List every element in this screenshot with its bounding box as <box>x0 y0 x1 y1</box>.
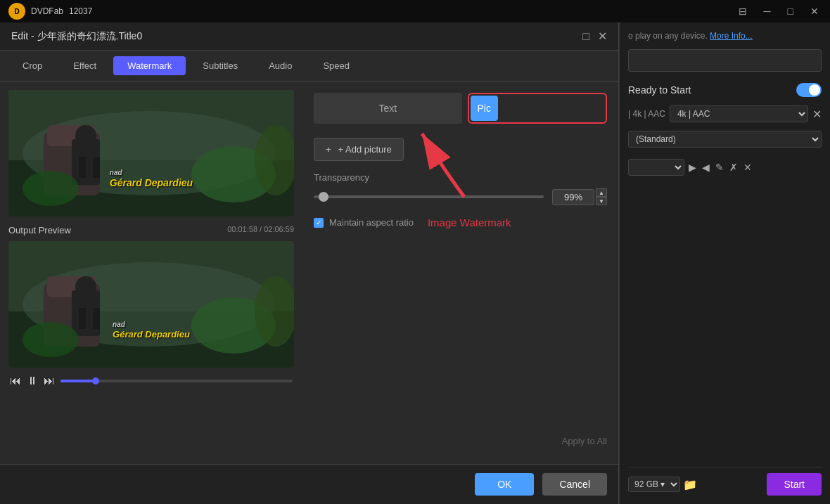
add-picture-btn[interactable]: + + Add picture <box>314 138 404 161</box>
svg-rect-20 <box>93 308 100 329</box>
cancel-btn[interactable]: Cancel <box>542 473 607 496</box>
tab-watermark[interactable]: Watermark <box>113 56 186 75</box>
storage-info: 92 GB ▾ 📁 <box>628 477 697 492</box>
progress-thumb <box>92 377 99 385</box>
standard-select[interactable]: (Standard) <box>628 131 822 148</box>
player-x1-btn[interactable]: ✗ <box>728 160 739 174</box>
apply-all-row: Apply to All <box>314 434 607 453</box>
ready-toggle[interactable] <box>796 83 822 97</box>
video-preview2-inner: nad Gérard Depardieu <box>8 241 294 368</box>
transparency-row: Transparency 99% ▲ ▼ <box>314 172 607 205</box>
title-bar-right: ⊟ ─ □ ✕ <box>736 4 822 18</box>
player-play-btn[interactable]: ▶ <box>687 160 698 174</box>
maximize-btn[interactable]: □ <box>785 4 796 18</box>
add-picture-row: + + Add picture <box>314 138 607 161</box>
maintain-aspect-label: Maintain aspect ratio <box>329 217 414 228</box>
spin-up-btn[interactable]: ▲ <box>596 188 607 197</box>
transparency-value-box: 99% ▲ ▼ <box>552 188 607 205</box>
video-timestamp: 00:01:58 / 02:06:59 <box>227 225 294 233</box>
dialog-content: nad Gérard Depardieu Output Preview 00:0… <box>0 82 618 464</box>
right-bottom: 92 GB ▾ 📁 Start <box>628 467 822 496</box>
svg-point-6 <box>75 125 96 146</box>
next-frame-btn[interactable]: ⏭ <box>44 375 55 387</box>
ok-btn[interactable]: OK <box>475 473 534 496</box>
playback-controls: ⏮ ⏸ ⏭ <box>8 370 294 392</box>
transparency-slider[interactable] <box>314 195 544 198</box>
svg-rect-8 <box>93 157 100 178</box>
tabs-row: Crop Effect Watermark Subtitles Audio Sp… <box>0 51 618 82</box>
more-info-text: o play on any device. <box>628 31 708 41</box>
image-watermark-label: Image Watermark <box>428 217 511 228</box>
dialog-title-bar: Edit - 少年派的奇幻漂流.Title0 □ ✕ <box>0 22 618 51</box>
progress-fill <box>60 380 96 382</box>
video-preview-inner: nad Gérard Depardieu <box>8 90 294 217</box>
format-row: | 4k | AAC 4k | AAC ✕ <box>628 105 822 122</box>
plus-icon: + <box>326 144 331 155</box>
edit-dialog: Edit - 少年派的奇幻漂流.Title0 □ ✕ Crop Effect W… <box>0 22 619 504</box>
tab-subtitles[interactable]: Subtitles <box>189 56 252 75</box>
preview-scene-svg <box>8 90 294 217</box>
video-overlay-text2: nad Gérard Depardieu <box>113 318 190 340</box>
player-x2-btn[interactable]: ✕ <box>742 160 753 174</box>
dialog-maximize-btn[interactable]: □ <box>582 30 589 43</box>
format-remove-btn[interactable]: ✕ <box>812 108 822 121</box>
tab-audio[interactable]: Audio <box>255 56 306 75</box>
folder-btn[interactable]: 📁 <box>683 478 697 491</box>
spinner-btns: ▲ ▼ <box>596 188 607 205</box>
player-next-btn[interactable]: ✎ <box>714 160 725 174</box>
progress-bar[interactable] <box>60 380 293 382</box>
right-search-input[interactable] <box>628 49 822 72</box>
output-preview-label: Output Preview <box>8 225 71 235</box>
video-overlay-text: nad Gérard Depardieu <box>110 166 193 188</box>
player-prev-btn[interactable]: ◀ <box>701 160 711 174</box>
transparency-label: Transparency <box>314 172 607 183</box>
taskbar-btn[interactable]: ⊟ <box>736 4 750 18</box>
dialog-footer: OK Cancel <box>0 464 618 504</box>
player-row: ▶ ◀ ✎ ✗ ✕ <box>628 159 822 176</box>
tab-toggle-row: Text Pic <box>314 93 607 124</box>
app-name: DVDFab <box>31 6 63 16</box>
app-version: 12037 <box>69 6 92 16</box>
svg-point-18 <box>75 276 96 297</box>
tab-effect[interactable]: Effect <box>59 56 110 75</box>
minimize-btn[interactable]: ─ <box>761 4 774 18</box>
ready-label: Ready to Start <box>628 84 691 96</box>
preview-area: nad Gérard Depardieu Output Preview 00:0… <box>0 82 302 464</box>
player-select[interactable] <box>628 159 684 176</box>
prev-frame-btn[interactable]: ⏮ <box>10 375 21 387</box>
standard-row: (Standard) <box>628 131 822 148</box>
play-pause-btn[interactable]: ⏸ <box>27 375 38 387</box>
output-video-preview: nad Gérard Depardieu <box>8 241 294 368</box>
svg-rect-19 <box>79 308 86 329</box>
main-container: Edit - 少年派的奇幻漂流.Title0 □ ✕ Crop Effect W… <box>0 22 830 504</box>
right-panel: o play on any device. More Info... Ready… <box>619 22 830 504</box>
pic-tab-btn[interactable]: Pic <box>471 96 498 121</box>
add-picture-label: + Add picture <box>338 144 392 155</box>
output-scene-svg <box>8 241 294 368</box>
pic-btn-wrapper: Pic <box>468 93 608 124</box>
aspect-ratio-row: ✓ Maintain aspect ratio Image Watermark <box>314 217 607 228</box>
slider-thumb <box>319 192 328 202</box>
text-tab-btn[interactable]: Text <box>314 93 462 124</box>
more-info-link[interactable]: More Info... <box>710 31 753 41</box>
app-logo: D <box>8 3 25 20</box>
ready-row: Ready to Start <box>628 83 822 97</box>
format-label: | 4k | AAC <box>628 109 665 119</box>
svg-point-10 <box>23 171 79 206</box>
output-label-row: Output Preview 00:01:58 / 02:06:59 <box>8 219 294 238</box>
svg-rect-7 <box>79 157 86 178</box>
maintain-aspect-checkbox[interactable]: ✓ <box>314 218 324 228</box>
storage-select[interactable]: 92 GB ▾ <box>628 477 680 492</box>
spin-down-btn[interactable]: ▼ <box>596 197 607 205</box>
title-bar-left: D DVDFab 12037 <box>8 3 92 20</box>
tab-crop[interactable]: Crop <box>8 56 56 75</box>
title-bar: D DVDFab 12037 ⊟ ─ □ ✕ <box>0 0 830 22</box>
apply-all-btn[interactable]: Apply to All <box>562 436 607 446</box>
tab-speed[interactable]: Speed <box>309 56 364 75</box>
dialog-title: Edit - 少年派的奇幻漂流.Title0 <box>11 30 142 43</box>
input-video-preview: nad Gérard Depardieu <box>8 90 294 217</box>
dialog-close-btn[interactable]: ✕ <box>598 30 607 43</box>
start-btn[interactable]: Start <box>767 473 822 496</box>
close-btn[interactable]: ✕ <box>807 4 822 18</box>
format-select[interactable]: 4k | AAC <box>670 105 808 122</box>
